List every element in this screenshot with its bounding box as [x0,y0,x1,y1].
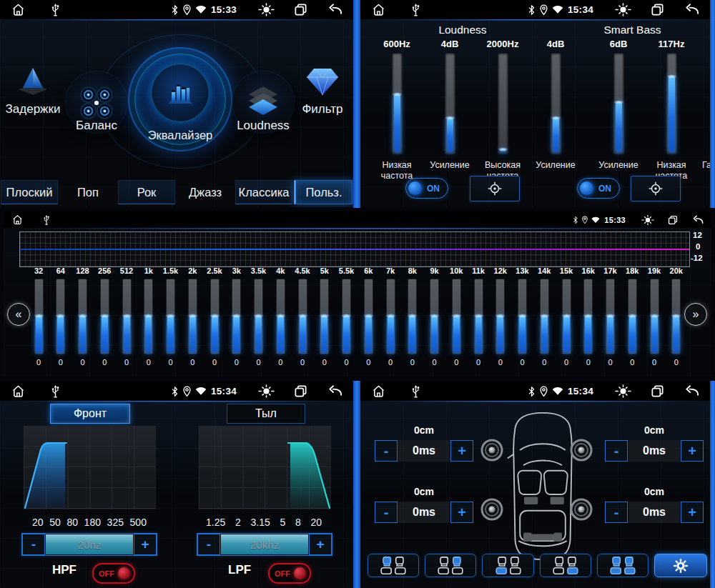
home-icon[interactable] [370,2,387,17]
recents-icon[interactable] [650,384,665,399]
delay-plus-button[interactable]: + [681,440,704,462]
seat-position-button[interactable] [540,554,591,577]
band-slider[interactable] [144,279,153,354]
seat-position-button[interactable] [482,554,533,577]
band-slider[interactable] [364,279,373,354]
band-slider[interactable] [56,279,65,354]
band-slider[interactable] [562,279,571,354]
vertical-slider[interactable] [551,53,561,154]
band-slider[interactable] [254,279,263,354]
back-icon[interactable] [691,214,704,226]
preset-tab[interactable]: Рок [118,180,175,204]
home-icon[interactable] [370,384,387,399]
recents-icon[interactable] [293,384,308,399]
band-slider[interactable] [100,279,109,354]
delay-plus-button[interactable]: + [681,502,704,523]
lpf-off-toggle[interactable]: OFF [268,563,311,584]
menu-item-filter[interactable]: Фильтр [292,66,353,116]
delay-settings-button[interactable] [654,554,707,577]
delay-minus-button[interactable]: - [375,502,398,523]
band-slider[interactable] [34,279,44,354]
band-slider[interactable] [583,279,593,354]
preset-tab[interactable]: Поп [59,180,117,204]
home-icon[interactable] [10,2,26,17]
band-slider[interactable] [320,279,329,354]
vertical-slider[interactable] [392,53,403,154]
loudness-on-toggle[interactable]: ON [405,178,448,199]
brightness-icon[interactable] [641,214,654,226]
vertical-slider[interactable] [666,53,677,154]
brightness-icon[interactable] [258,1,275,18]
axis-tick: 2 [235,517,241,528]
smartbass-reset-button[interactable] [631,176,681,201]
band-slider[interactable] [452,279,461,354]
band-slider[interactable] [342,279,351,354]
seat-position-button[interactable] [425,554,476,577]
vertical-slider[interactable] [498,53,508,154]
recents-icon[interactable] [650,2,665,17]
home-icon[interactable] [11,214,24,226]
band-slider[interactable] [671,279,681,354]
band-slider[interactable] [210,279,220,354]
band-fill [563,316,570,353]
preset-tab[interactable]: Польз. [294,180,352,204]
band-slider[interactable] [408,279,417,354]
back-icon[interactable] [684,383,700,399]
band-slider[interactable] [628,279,637,354]
delay-minus-button[interactable]: - [605,440,628,462]
vertical-slider[interactable] [613,53,624,154]
band-slider[interactable] [78,279,87,354]
recents-icon[interactable] [667,214,679,226]
preset-tab[interactable]: Плоский [1,180,58,204]
band-slider[interactable] [650,279,659,354]
band-slider[interactable] [276,279,285,354]
seat-position-button[interactable] [368,554,419,577]
slider-fill [394,94,400,152]
brightness-icon[interactable] [615,383,631,399]
band-slider[interactable] [430,279,439,354]
band-slider[interactable] [166,279,175,354]
next-page-button[interactable]: » [684,303,707,326]
vertical-slider[interactable] [445,53,455,154]
status-bar: 15:33 [4,211,711,228]
brightness-icon[interactable] [615,1,631,18]
brightness-icon[interactable] [258,383,275,399]
preset-tab[interactable]: Классика [235,180,292,204]
prev-page-button[interactable]: « [7,303,30,326]
lpf-plus-button[interactable]: + [309,534,332,555]
lpf-minus-button[interactable]: - [197,534,220,555]
preset-tab[interactable]: Джазз [177,180,234,204]
lpf-frequency-value[interactable]: 20khz [221,534,308,554]
hpf-plus-button[interactable]: + [134,534,157,555]
menu-item-delays[interactable]: Задержки [1,66,65,116]
band-slider[interactable] [518,279,527,354]
back-icon[interactable] [327,1,343,18]
band-slider[interactable] [495,279,505,354]
band-slider[interactable] [122,279,132,354]
menu-item-equalizer[interactable]: Эквалайзер [128,47,232,151]
band-slider[interactable] [232,279,241,354]
hpf-off-toggle[interactable]: OFF [92,563,135,584]
smartbass-on-toggle[interactable]: ON [577,178,620,199]
hpf-minus-button[interactable]: - [22,534,45,555]
seat-position-button[interactable] [597,554,649,577]
loudness-reset-button[interactable] [470,176,520,201]
band-slider[interactable] [188,279,197,354]
delay-plus-button[interactable]: + [450,440,473,462]
tab-front[interactable]: Фронт [50,404,130,424]
hpf-frequency-value[interactable]: 20hz [46,534,133,554]
back-icon[interactable] [327,383,343,399]
slider-value: 4dB [547,39,565,51]
home-icon[interactable] [10,384,26,399]
band-slider[interactable] [386,279,395,354]
delay-minus-button[interactable]: - [605,502,628,523]
recents-icon[interactable] [293,2,308,17]
band-slider[interactable] [474,279,483,354]
band-slider[interactable] [298,279,307,354]
band-slider[interactable] [540,279,549,354]
tab-rear[interactable]: Тыл [227,404,305,424]
delay-plus-button[interactable]: + [450,502,473,523]
delay-minus-button[interactable]: - [375,440,398,462]
back-icon[interactable] [684,1,700,18]
band-slider[interactable] [606,279,615,354]
